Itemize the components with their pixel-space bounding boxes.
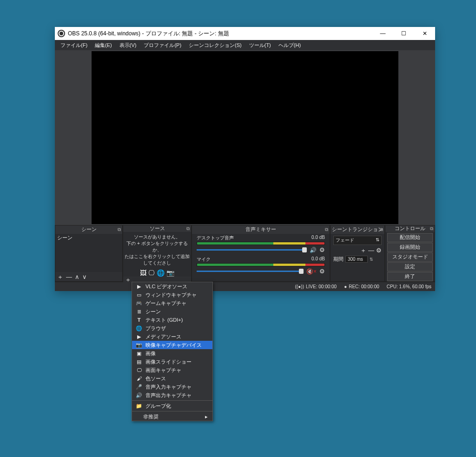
gear-icon[interactable]: ⚙ [319, 268, 325, 275]
dock-popout-icon[interactable]: ⧉ [380, 227, 383, 232]
obs-window: OBS 25.0.8 (64-bit, windows) - プロファイル: 無… [55, 27, 435, 291]
scenes-dock: シーン ⧉ シーン ＋ — ∧ ∨ [55, 225, 123, 282]
start-recording-button[interactable]: 録画開始 [387, 243, 433, 252]
live-time: LIVE: 00:00:00 [306, 284, 337, 289]
menu-scene-source[interactable]: ≣シーン [132, 307, 212, 316]
dock-popout-icon[interactable]: ⧉ [118, 227, 121, 232]
mixer-body: デスクトップ音声 0.0 dB 🔊 ⚙ マイク 0.0 dB [192, 234, 330, 281]
image-icon: 🖼 [140, 269, 146, 277]
transition-select[interactable]: フェード ⇅ [333, 236, 382, 245]
scenes-header[interactable]: シーン ⧉ [55, 225, 122, 234]
menu-scene-collection[interactable]: シーンコレクション(S) [185, 42, 245, 49]
preview-area [55, 50, 435, 225]
controls-title: コントロール [385, 225, 435, 232]
dock-popout-icon[interactable]: ⧉ [186, 226, 190, 232]
menu-vlc-video-source[interactable]: ▶VLC ビデオソース [132, 282, 212, 291]
menu-color-source[interactable]: 🖌色ソース [132, 374, 212, 383]
gear-icon[interactable]: ⚙ [319, 246, 325, 253]
sources-header[interactable]: ソース ⧉ [123, 225, 191, 232]
menu-tools[interactable]: ツール(T) [245, 42, 275, 49]
text-icon: T [136, 317, 142, 323]
menu-media-source[interactable]: ▶メディアソース [132, 332, 212, 341]
speaker-muted-icon[interactable]: 🔇× [306, 268, 317, 275]
scene-up-icon[interactable]: ∧ [75, 274, 79, 280]
menu-image-slideshow[interactable]: ▤画像スライドショー [132, 358, 212, 366]
menu-audio-input[interactable]: 🎤音声入力キャプチャ [132, 383, 212, 391]
dock-row: シーン ⧉ シーン ＋ — ∧ ∨ ソース ⧉ ソースがありません。 [55, 225, 435, 282]
exit-button[interactable]: 終了 [387, 272, 433, 281]
dock-popout-icon[interactable]: ⧉ [325, 227, 328, 232]
controls-body: 配信開始 録画開始 スタジオモード 設定 終了 [385, 232, 435, 282]
controls-dock: コントロール ⧉ 配信開始 録画開始 スタジオモード 設定 終了 [385, 225, 435, 282]
play-icon: ▶ [136, 284, 142, 290]
lines-icon: ≣ [136, 309, 142, 315]
duration-label: 期間 [333, 256, 344, 263]
menu-deprecated[interactable]: 非推奨▸ [132, 412, 212, 421]
hint-line3: たはここを右クリックして追加してくださし [124, 253, 190, 266]
menu-file[interactable]: ファイル(F) [57, 42, 91, 49]
volume-slider[interactable] [197, 271, 304, 272]
minimize-button[interactable]: — [372, 27, 393, 40]
gear-icon[interactable]: ⚙ [376, 247, 382, 254]
window-title: OBS 25.0.8 (64-bit, windows) - プロファイル: 無… [68, 30, 372, 38]
menu-profile[interactable]: プロファイル(P) [140, 42, 185, 49]
broadcast-icon: ((●)) [295, 284, 304, 289]
speaker-icon: 🔊 [136, 392, 142, 398]
menu-view[interactable]: 表示(V) [116, 42, 140, 49]
menu-audio-output[interactable]: 🔊音声出力キャプチャ [132, 391, 212, 399]
cpu-text: CPU: 1.6%, 60.00 fps [387, 284, 431, 289]
menu-edit[interactable]: 編集(E) [91, 42, 116, 49]
menu-separator [132, 411, 212, 411]
preview-canvas[interactable] [92, 51, 398, 224]
menu-browser-source[interactable]: 🌐ブラウザ [132, 324, 212, 332]
menu-help[interactable]: ヘルプ(H) [275, 42, 304, 49]
studio-mode-button[interactable]: スタジオモード [387, 252, 433, 262]
hint-line1: ソースがありません。 [124, 234, 190, 240]
maximize-button[interactable]: ☐ [393, 27, 414, 40]
start-streaming-button[interactable]: 配信開始 [387, 233, 433, 242]
transitions-body: フェード ⇅ ＋ — ⚙ 期間 300 ms ⇅ [331, 234, 384, 265]
scenes-body[interactable]: シーン [55, 234, 122, 272]
settings-button[interactable]: 設定 [387, 262, 433, 272]
folder-icon: 📁 [136, 403, 142, 409]
menu-window-capture[interactable]: ▭ウィンドウキャプチャ [132, 291, 212, 299]
dock-popout-icon[interactable]: ⧉ [430, 226, 433, 232]
controls-header[interactable]: コントロール ⧉ [385, 225, 435, 232]
source-add-icon[interactable]: ＋ [125, 277, 131, 283]
transitions-header[interactable]: シーントランジション ⧉ [331, 225, 384, 234]
menu-display-capture[interactable]: 🖵画面キャプチャ [132, 366, 212, 374]
sources-body[interactable]: ソースがありません。 下の + ボタンをクリックするか、 たはここを右クリックし… [123, 232, 191, 277]
statusbar: ((●)) LIVE: 00:00:00 ● REC: 00:00:00 CPU… [55, 282, 435, 291]
sources-empty-hint: ソースがありません。 下の + ボタンをクリックするか、 たはここを右クリックし… [123, 232, 191, 268]
close-button[interactable]: ✕ [414, 27, 435, 40]
sources-title: ソース [123, 225, 191, 232]
speaker-icon[interactable]: 🔊 [310, 247, 317, 253]
scene-down-icon[interactable]: ∨ [82, 274, 87, 280]
record-icon: ● [344, 284, 347, 289]
submenu-arrow-icon: ▸ [205, 414, 208, 420]
volume-slider[interactable] [197, 249, 307, 251]
brush-icon: 🖌 [136, 376, 142, 381]
volume-meter [197, 242, 324, 245]
menu-game-capture[interactable]: 🎮ゲームキャプチャ [132, 299, 212, 307]
menu-text-gdi[interactable]: Tテキスト (GDI+) [132, 316, 212, 324]
scene-item[interactable]: シーン [57, 235, 73, 241]
transition-add-icon[interactable]: ＋ [360, 247, 366, 253]
mixer-dock: 音声ミキサー ⧉ デスクトップ音声 0.0 dB 🔊 ⚙ [192, 225, 330, 282]
sources-dock: ソース ⧉ ソースがありません。 下の + ボタンをクリックするか、 たはここを… [123, 225, 192, 282]
stepper-icon[interactable]: ⇅ [370, 257, 373, 262]
globe-icon: 🌐 [157, 269, 165, 277]
mic-icon: 🎤 [136, 384, 142, 390]
image-icon: ▣ [136, 351, 142, 357]
transition-remove-icon[interactable]: — [368, 247, 374, 253]
menu-group[interactable]: 📁グループ化 [132, 402, 212, 410]
duration-input[interactable]: 300 ms [345, 256, 368, 263]
menu-video-capture-device[interactable]: 📷映像キャプチャデバイス [132, 341, 212, 349]
scene-remove-icon[interactable]: — [66, 274, 72, 280]
titlebar[interactable]: OBS 25.0.8 (64-bit, windows) - プロファイル: 無… [55, 27, 435, 40]
mixer-header[interactable]: 音声ミキサー ⧉ [192, 225, 330, 234]
chevron-updown-icon: ⇅ [376, 237, 379, 244]
scene-add-icon[interactable]: ＋ [57, 274, 63, 280]
slideshow-icon: ▤ [136, 359, 142, 365]
menu-image-source[interactable]: ▣画像 [132, 349, 212, 358]
